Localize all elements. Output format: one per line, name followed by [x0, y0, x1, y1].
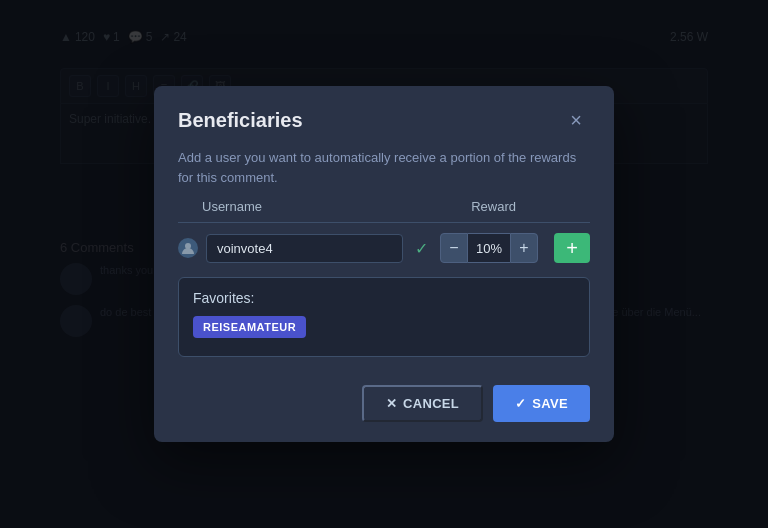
reward-value: 10% [468, 233, 510, 263]
modal-footer: ✕ CANCEL ✓ SAVE [154, 373, 614, 442]
cancel-x-icon: ✕ [386, 396, 397, 411]
save-button[interactable]: ✓ SAVE [493, 385, 590, 422]
favorites-label: Favorites: [193, 290, 575, 306]
beneficiary-row: ✓ − 10% + + [154, 223, 614, 273]
close-button[interactable]: × [562, 106, 590, 134]
cancel-button[interactable]: ✕ CANCEL [362, 385, 483, 422]
add-beneficiary-button[interactable]: + [554, 233, 590, 263]
save-check-icon: ✓ [515, 396, 526, 411]
decrease-reward-button[interactable]: − [440, 233, 468, 263]
save-label: SAVE [532, 396, 568, 411]
username-column-header: Username [202, 199, 471, 214]
cancel-label: CANCEL [403, 396, 459, 411]
username-input[interactable] [206, 234, 403, 263]
increase-reward-button[interactable]: + [510, 233, 538, 263]
user-avatar-icon [178, 238, 198, 258]
check-icon: ✓ [415, 239, 428, 258]
table-header: Username Reward [178, 199, 590, 223]
modal-title: Beneficiaries [178, 109, 303, 132]
modal-header: Beneficiaries × [154, 86, 614, 134]
reward-column-header: Reward [471, 199, 516, 214]
beneficiaries-modal: Beneficiaries × Add a user you want to a… [154, 86, 614, 442]
reward-controls: − 10% + [440, 233, 538, 263]
favorite-tag-reiseamateur[interactable]: REISEAMATEUR [193, 316, 306, 338]
favorites-box: Favorites: REISEAMATEUR [178, 277, 590, 357]
modal-description: Add a user you want to automatically rec… [154, 134, 614, 199]
